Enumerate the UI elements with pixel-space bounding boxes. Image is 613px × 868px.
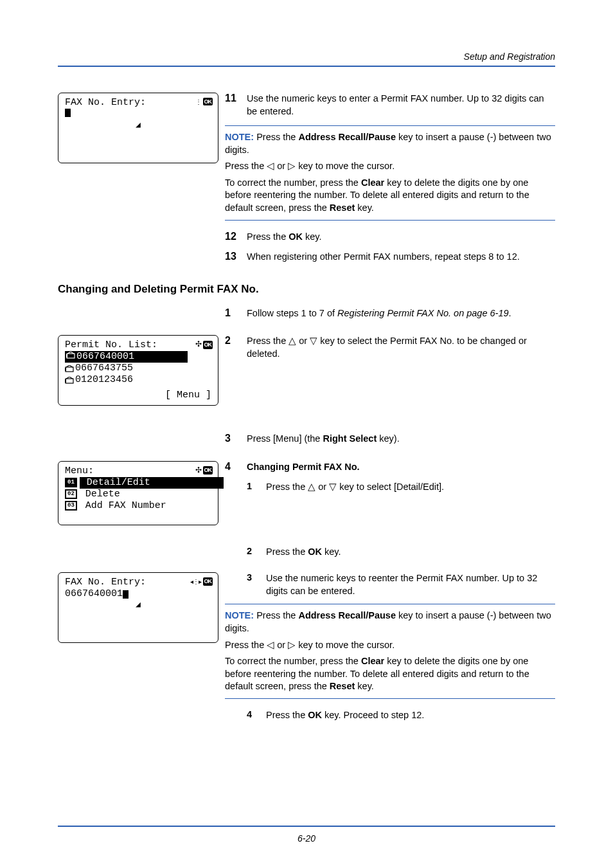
substep-number-4: 4 — [247, 709, 266, 722]
step-13-text: When registering other Permit FAX number… — [247, 251, 555, 264]
left-arrow-icon: ◁ — [267, 640, 274, 650]
substep-number-3: 3 — [247, 572, 266, 597]
step-number-4: 4 — [225, 461, 247, 473]
step-1-text: Follow steps 1 to 7 of Registering Permi… — [247, 307, 555, 320]
lcd-screen-fax-entry-filled: FAX No. Entry: ◂⋮▸ OK 0667640001 ◢ — [58, 572, 218, 643]
right-arrow-icon: ▷ — [288, 161, 296, 171]
lcd3-title: Menu: — [65, 466, 94, 477]
header-rule — [58, 66, 555, 67]
step-number-13: 13 — [225, 251, 247, 262]
menu-row-selected: 01 Detail/Edit — [65, 477, 211, 489]
lcd-cursor — [123, 590, 129, 599]
substep-3-text: Use the numeric keys to reenter the Perm… — [266, 572, 555, 597]
step-number-3: 3 — [225, 433, 247, 444]
up-arrow-icon: △ — [308, 482, 315, 492]
menu-row: 02 Delete — [65, 489, 211, 500]
fax-icon — [65, 377, 74, 384]
lcd-screen-permit-list: Permit No. List: ✣ OK 0667640001 0667643… — [58, 335, 218, 406]
substep-4-text: Press the OK key. Proceed to step 12. — [266, 709, 555, 722]
lcd2-title: Permit No. List: — [65, 339, 157, 351]
step-number-12: 12 — [225, 231, 247, 242]
page-footer: 6-20 — [58, 826, 555, 844]
right-arrow-icon: ▷ — [288, 640, 296, 650]
substep-1-text: Press the △ or ▽ key to select [Detail/E… — [266, 481, 555, 494]
step-number-1: 1 — [225, 307, 247, 319]
step-12-text: Press the OK key. — [247, 231, 555, 244]
page-number: 6-20 — [58, 833, 555, 844]
step-number-2: 2 — [225, 335, 247, 347]
step-4-title: Changing Permit FAX No. — [247, 461, 555, 474]
nav-dpad-icon: ✣ OK — [195, 466, 213, 475]
left-arrow-icon: ◁ — [267, 161, 274, 171]
lcd4-value: 0667640001 — [65, 588, 123, 600]
fax-icon — [66, 352, 75, 359]
nav-input-icon: ⋮ OK — [195, 97, 213, 105]
svg-rect-4 — [66, 379, 73, 383]
note-block-2: NOTE: Press the Address Recall/Pause key… — [225, 604, 555, 698]
footer-rule — [58, 826, 555, 827]
page-content: FAX No. Entry: ⋮ OK ◢ 11 Use the numeric… — [58, 93, 555, 728]
header-section-title: Setup and Registration — [58, 51, 555, 62]
lcd-screen-fax-entry-blank: FAX No. Entry: ⋮ OK ◢ — [58, 93, 218, 163]
svg-rect-5 — [65, 379, 66, 383]
step-number-11: 11 — [225, 93, 247, 104]
lcd-cursor — [65, 109, 71, 117]
lcd-softkey-menu: [ Menu ] — [65, 390, 211, 401]
step-2-text: Press the △ or ▽ key to select the Permi… — [247, 335, 555, 360]
substep-number-2: 2 — [247, 546, 266, 559]
down-arrow-icon: ▽ — [329, 482, 337, 492]
menu-row: 03 Add FAX Number — [65, 500, 211, 512]
list-row: 0120123456 — [65, 374, 211, 386]
svg-rect-1 — [66, 354, 67, 357]
down-arrow-icon: ▽ — [310, 336, 317, 346]
svg-rect-2 — [66, 367, 73, 372]
list-row-selected: 0667640001 — [65, 351, 188, 363]
lcd4-title: FAX No. Entry: — [65, 577, 146, 588]
substep-2-text: Press the OK key. — [266, 546, 555, 559]
note-block-1: NOTE: Press the Address Recall/Pause key… — [225, 125, 555, 220]
svg-rect-3 — [65, 368, 66, 371]
list-row: 0667643755 — [65, 363, 211, 374]
note-label: NOTE: — [225, 132, 254, 142]
subheading-changing-deleting: Changing and Deleting Permit FAX No. — [58, 283, 555, 296]
fax-icon — [65, 365, 74, 372]
nav-input-icon: ◂⋮▸ OK — [190, 577, 213, 585]
nav-dpad-icon: ✣ OK — [195, 339, 213, 348]
lcd-scroll-icon: ◢ — [58, 600, 218, 610]
substep-number-1: 1 — [247, 481, 266, 494]
lcd-screen-menu: Menu: ✣ OK 01 Detail/Edit 02 Delete 03 A… — [58, 461, 218, 525]
step-11-text: Use the numeric keys to enter a Permit F… — [247, 93, 555, 118]
note-label: NOTE: — [225, 610, 254, 620]
lcd-scroll-icon: ◢ — [58, 120, 218, 131]
step-3-text: Press [Menu] (the Right Select key). — [247, 433, 555, 446]
lcd1-title: FAX No. Entry: — [65, 97, 146, 109]
up-arrow-icon: △ — [289, 336, 296, 346]
svg-rect-0 — [67, 354, 75, 358]
